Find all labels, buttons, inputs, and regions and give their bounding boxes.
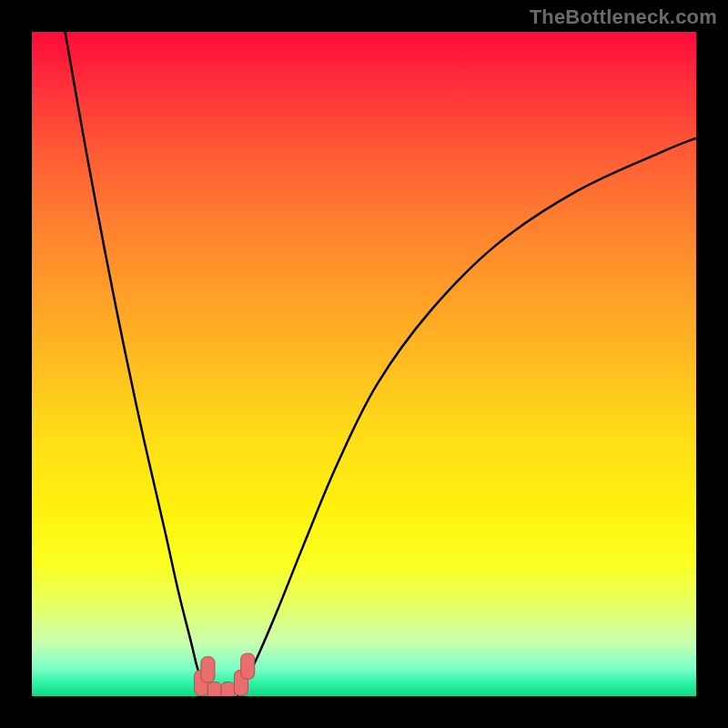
marker-right-upper (241, 653, 255, 679)
chart-svg (32, 32, 696, 696)
chart-plot-area (32, 32, 696, 696)
marker-bottom-2 (221, 682, 235, 696)
marker-left-upper (201, 657, 215, 682)
chart-frame: TheBottleneck.com (0, 0, 728, 728)
watermark-text: TheBottleneck.com (530, 5, 717, 29)
marker-bottom-1 (207, 682, 221, 696)
curve-left-branch (66, 32, 212, 696)
curve-right-branch (238, 138, 696, 696)
